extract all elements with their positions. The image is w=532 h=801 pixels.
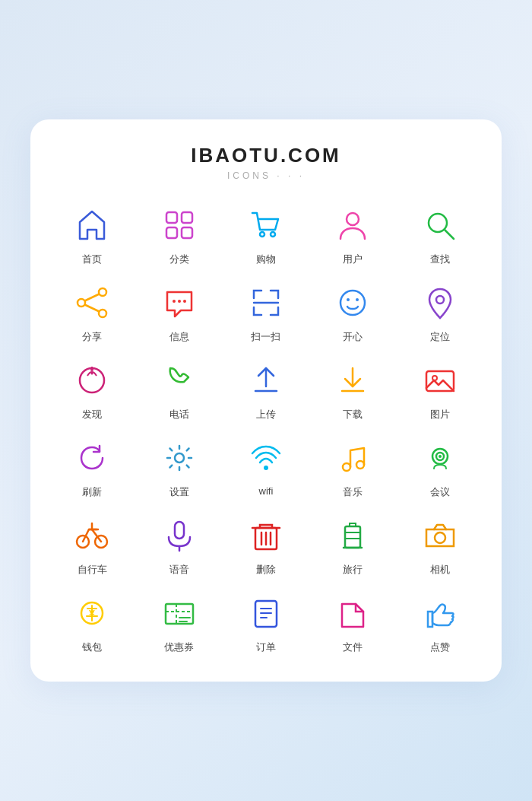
icon-item-upload[interactable]: 上传 <box>223 358 309 421</box>
camera-icon <box>417 513 463 558</box>
header: IBAOTU.COM ICONS · · · <box>49 144 483 181</box>
icon-item-discover[interactable]: 发现 <box>49 358 135 421</box>
icon-item-delete[interactable]: 删除 <box>223 513 309 577</box>
svg-point-46 <box>435 532 445 543</box>
svg-point-29 <box>264 466 268 470</box>
phone-icon <box>157 358 202 403</box>
cart-label: 购物 <box>256 253 276 266</box>
svg-point-14 <box>173 300 176 303</box>
icon-item-happy[interactable]: 开心 <box>309 280 396 344</box>
svg-point-34 <box>439 455 442 458</box>
icon-item-image[interactable]: 图片 <box>397 358 483 421</box>
icon-item-voice[interactable]: 语音 <box>135 513 222 577</box>
icon-item-wifi[interactable]: wifi <box>223 435 309 499</box>
scan-label: 扫一扫 <box>251 330 280 344</box>
svg-text:¥: ¥ <box>89 608 95 620</box>
user-label: 用户 <box>343 253 363 266</box>
icon-item-file[interactable]: 文件 <box>309 590 396 654</box>
message-icon <box>157 280 202 326</box>
svg-rect-37 <box>175 522 184 539</box>
cart-icon <box>243 202 289 248</box>
wifi-icon <box>243 435 289 481</box>
camera-label: 相机 <box>430 563 450 577</box>
bike-icon <box>69 513 115 558</box>
svg-rect-1 <box>182 212 192 223</box>
svg-point-9 <box>99 288 106 296</box>
icon-item-download[interactable]: 下载 <box>309 358 396 421</box>
icon-item-camera[interactable]: 相机 <box>397 513 483 577</box>
location-label: 定位 <box>430 330 450 344</box>
upload-label: 上传 <box>256 408 276 421</box>
download-label: 下载 <box>343 408 363 421</box>
icon-item-like[interactable]: 点赞 <box>397 590 483 654</box>
file-label: 文件 <box>343 640 363 654</box>
icon-item-travel[interactable]: 旅行 <box>309 513 396 577</box>
icon-item-home[interactable]: 首页 <box>49 202 135 266</box>
icon-item-settings[interactable]: 设置 <box>135 435 222 499</box>
icon-item-order[interactable]: 订单 <box>223 590 309 654</box>
svg-line-13 <box>85 305 100 312</box>
settings-icon <box>157 435 202 481</box>
icon-item-location[interactable]: 定位 <box>397 280 483 344</box>
svg-point-21 <box>436 296 444 304</box>
icon-item-category[interactable]: 分类 <box>135 202 222 266</box>
search-icon <box>417 202 463 248</box>
order-label: 订单 <box>256 640 276 654</box>
icon-item-cart[interactable]: 购物 <box>223 202 309 266</box>
svg-point-6 <box>347 213 359 225</box>
meeting-label: 会议 <box>430 485 450 499</box>
svg-rect-3 <box>182 227 192 238</box>
delete-icon <box>243 513 289 558</box>
image-icon <box>417 358 463 403</box>
bike-label: 自行车 <box>78 563 107 577</box>
icon-item-scan[interactable]: 扫一扫 <box>223 280 309 344</box>
icon-item-user[interactable]: 用户 <box>309 202 396 266</box>
icon-item-search[interactable]: 查找 <box>397 202 483 266</box>
main-card: IBAOTU.COM ICONS · · · 首页 分类 购物 用户 查找 分享… <box>30 119 502 682</box>
meeting-icon <box>417 435 463 481</box>
icon-item-music[interactable]: 音乐 <box>309 435 396 499</box>
refresh-icon <box>69 435 115 481</box>
icon-item-bike[interactable]: 自行车 <box>49 513 135 577</box>
svg-point-18 <box>340 291 365 315</box>
scan-icon <box>243 280 289 326</box>
image-label: 图片 <box>430 408 450 421</box>
icon-item-share[interactable]: 分享 <box>49 280 135 344</box>
wifi-label: wifi <box>259 485 274 497</box>
icon-grid: 首页 分类 购物 用户 查找 分享 信息 扫一扫 开心 <box>49 202 483 654</box>
music-icon <box>330 435 375 481</box>
share-label: 分享 <box>82 330 102 344</box>
svg-point-20 <box>356 298 359 301</box>
coupon-icon <box>157 590 202 636</box>
icon-item-phone[interactable]: 电话 <box>135 358 222 421</box>
svg-point-31 <box>356 461 364 469</box>
site-title: IBAOTU.COM <box>49 144 483 167</box>
svg-point-30 <box>343 463 350 471</box>
icon-item-meeting[interactable]: 会议 <box>397 435 483 499</box>
icon-item-wallet[interactable]: ¥ 钱包 <box>49 590 135 654</box>
order-icon <box>243 590 289 636</box>
svg-point-5 <box>271 232 275 237</box>
category-label: 分类 <box>169 253 189 266</box>
phone-label: 电话 <box>169 408 189 421</box>
svg-rect-2 <box>166 227 177 238</box>
travel-icon <box>330 513 375 558</box>
icon-item-coupon[interactable]: 优惠券 <box>135 590 222 654</box>
coupon-label: 优惠券 <box>164 640 194 654</box>
icon-item-refresh[interactable]: 刷新 <box>49 435 135 499</box>
search-label: 查找 <box>430 253 450 266</box>
voice-label: 语音 <box>169 563 189 577</box>
like-icon <box>417 590 463 636</box>
discover-icon <box>69 358 115 403</box>
svg-point-28 <box>175 453 184 462</box>
icon-item-message[interactable]: 信息 <box>135 280 222 344</box>
svg-point-4 <box>260 232 264 237</box>
discover-label: 发现 <box>82 408 102 421</box>
site-subtitle: ICONS · · · <box>49 170 483 181</box>
user-icon <box>330 202 375 248</box>
happy-label: 开心 <box>343 330 363 344</box>
svg-point-16 <box>183 300 186 303</box>
voice-icon <box>157 513 202 558</box>
home-label: 首页 <box>82 253 102 266</box>
svg-line-8 <box>445 230 454 239</box>
